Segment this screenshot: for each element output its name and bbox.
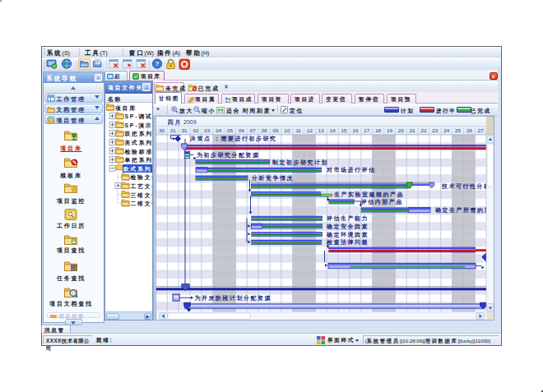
svg-text:19: 19 xyxy=(387,127,392,133)
svg-text:13: 13 xyxy=(318,127,324,133)
svg-text:为初步研究分配资源: 为初步研究分配资源 xyxy=(197,151,260,159)
svg-text:决策点 ：需要进行初步研究: 决策点 ：需要进行初步研究 xyxy=(189,135,276,142)
svg-text:07: 07 xyxy=(250,127,256,133)
svg-text:27: 27 xyxy=(478,127,484,133)
svg-text:?: ? xyxy=(155,60,160,67)
svg-text:检查法律问题: 检查法律问题 xyxy=(326,238,369,246)
svg-text:技术可行性分析: 技术可行性分析 xyxy=(441,183,491,190)
svg-text:18: 18 xyxy=(375,127,381,133)
svg-text:02: 02 xyxy=(193,127,199,133)
svg-text:05: 05 xyxy=(227,127,233,133)
svg-text:20: 20 xyxy=(398,127,404,133)
svg-text:评估内部产品: 评估内部产品 xyxy=(360,198,403,205)
svg-text:21: 21 xyxy=(410,127,415,133)
svg-text:确定生产所需的加工: 确定生产所需的加工 xyxy=(434,206,494,214)
svg-text:14: 14 xyxy=(330,127,336,133)
svg-text:06: 06 xyxy=(239,127,244,133)
svg-text:10: 10 xyxy=(284,127,290,133)
svg-text:生产实验室规模的产品: 生产实验室规模的产品 xyxy=(333,191,404,198)
svg-text:确定安全因素: 确定安全因素 xyxy=(326,223,369,230)
svg-text:评估生产能力: 评估生产能力 xyxy=(326,214,369,222)
svg-text:四月 2009: 四月 2009 xyxy=(168,119,197,126)
svg-text:03: 03 xyxy=(204,127,210,133)
svg-text:17: 17 xyxy=(364,127,369,133)
svg-text:22: 22 xyxy=(421,127,427,133)
svg-text:30: 30 xyxy=(159,127,165,133)
svg-text:15: 15 xyxy=(341,127,347,133)
svg-text:对市场进行评估: 对市场进行评估 xyxy=(326,166,376,173)
svg-text:01: 01 xyxy=(182,127,188,133)
svg-text:25: 25 xyxy=(455,127,461,133)
svg-text:12: 12 xyxy=(307,127,313,133)
svg-text:确定环境因素: 确定环境因素 xyxy=(326,231,369,238)
svg-text:11: 11 xyxy=(295,127,301,133)
svg-text:09: 09 xyxy=(272,127,278,133)
svg-text:31: 31 xyxy=(170,127,176,133)
svg-text:08: 08 xyxy=(262,127,267,133)
svg-text:23: 23 xyxy=(432,127,438,133)
svg-text:04: 04 xyxy=(216,127,221,133)
svg-text:分析竞争情况: 分析竞争情况 xyxy=(251,174,294,182)
svg-text:26: 26 xyxy=(466,127,472,133)
svg-text:制定初步研究计划: 制定初步研究计划 xyxy=(272,159,328,166)
svg-text:16: 16 xyxy=(352,127,358,133)
svg-text:24: 24 xyxy=(443,127,449,133)
svg-text:为开发阶段计划分配资源: 为开发阶段计划分配资源 xyxy=(195,295,272,302)
